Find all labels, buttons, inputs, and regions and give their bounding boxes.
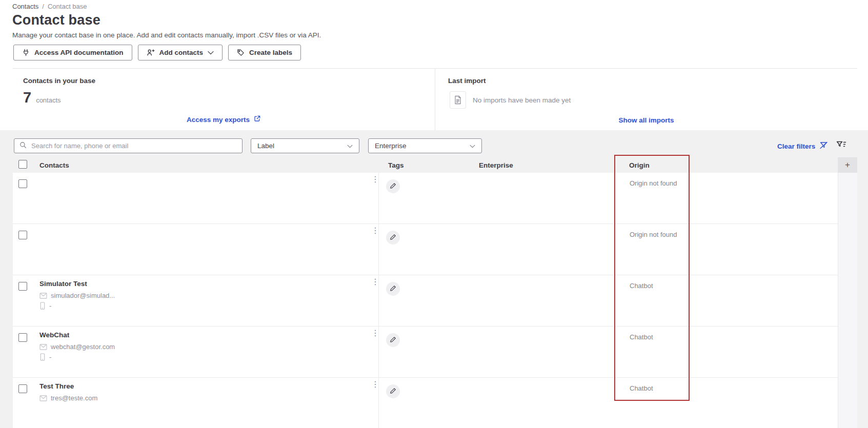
contact-name: Simulator Test: [39, 279, 115, 289]
contacts-table-body: ⋮ Origin not found ⋮ Origin not found: [13, 173, 838, 428]
enterprise-filter-value: Enterprise: [375, 142, 407, 150]
breadcrumb-contact-base: Contact base: [48, 3, 87, 10]
row-menu-button[interactable]: ⋮: [371, 175, 378, 184]
page-title: Contact base: [12, 12, 100, 28]
access-my-exports-label: Access my exports: [187, 116, 250, 124]
edit-tags-button[interactable]: [386, 282, 400, 296]
create-labels-button[interactable]: Create labels: [228, 45, 301, 60]
clear-filter-icon: [819, 141, 828, 151]
contacts-count-label: contacts: [36, 96, 60, 104]
origin-value: Chatbot: [630, 281, 653, 291]
pencil-icon: [390, 336, 396, 345]
header-actions: Access API documentation Add contacts Cr…: [13, 45, 301, 60]
search-input[interactable]: [31, 142, 237, 150]
table-header: Contacts Tags Enterprise Origin: [13, 157, 838, 173]
breadcrumb-contacts[interactable]: Contacts: [12, 3, 38, 10]
access-my-exports-link[interactable]: Access my exports: [13, 115, 435, 124]
filter-settings-button[interactable]: [835, 139, 848, 152]
envelope-icon: [39, 395, 47, 401]
edit-tags-button[interactable]: [386, 333, 400, 347]
breadcrumb: Contacts / Contact base: [12, 3, 87, 10]
clear-filters-label: Clear filters: [777, 142, 815, 150]
origin-value: Chatbot: [630, 333, 653, 342]
contact-phone-row: -: [39, 302, 115, 310]
table-row: ⋮ Origin not found: [13, 173, 838, 224]
row-menu-button[interactable]: ⋮: [371, 227, 378, 235]
contact-email: simulador@simulad...: [51, 292, 115, 299]
access-api-documentation-label: Access API documentation: [34, 49, 124, 56]
add-contacts-button[interactable]: Add contacts: [138, 45, 223, 60]
table-row: WebChat webchat@gestor.com - ⋮ Chatbot: [13, 327, 838, 378]
chevron-down-icon: [208, 51, 214, 55]
column-header-origin[interactable]: Origin: [629, 161, 650, 169]
row-checkbox[interactable]: [18, 384, 27, 393]
table-right-gutter: [838, 173, 857, 428]
last-import-title: Last import: [448, 77, 486, 85]
clear-filters-link[interactable]: Clear filters: [777, 141, 828, 151]
envelope-icon: [39, 293, 47, 299]
plug-icon: [22, 49, 30, 56]
pencil-icon: [390, 233, 396, 242]
chevron-down-icon: [347, 142, 353, 150]
contacts-in-base-card: Contacts in your base 7 contacts Access …: [13, 69, 435, 130]
row-checkbox[interactable]: [18, 231, 27, 239]
column-header-enterprise[interactable]: Enterprise: [479, 161, 513, 169]
document-icon: [450, 91, 466, 109]
row-menu-button[interactable]: ⋮: [371, 329, 378, 337]
row-checkbox[interactable]: [18, 282, 27, 291]
row-menu-button[interactable]: ⋮: [371, 380, 378, 389]
last-import-card: Last import No imports have been made ye…: [435, 69, 857, 130]
origin-value: Origin not found: [630, 179, 677, 188]
person-plus-icon: [147, 49, 155, 56]
mobile-phone-icon: [39, 302, 46, 310]
column-header-contacts[interactable]: Contacts: [39, 161, 69, 169]
contact-phone: -: [49, 353, 51, 361]
table-row: Test Three tres@teste.com ⋮ Chatbot: [13, 378, 838, 428]
pencil-icon: [390, 387, 396, 396]
no-imports-message: No imports have been made yet: [473, 96, 571, 104]
show-all-imports-label: Show all imports: [618, 116, 674, 124]
breadcrumb-separator: /: [42, 3, 44, 10]
label-filter-value: Label: [257, 142, 274, 150]
row-menu-button[interactable]: ⋮: [371, 278, 378, 286]
mobile-phone-icon: [39, 353, 46, 361]
label-filter-select[interactable]: Label: [251, 138, 359, 153]
column-header-tags[interactable]: Tags: [388, 161, 404, 169]
access-api-documentation-button[interactable]: Access API documentation: [13, 45, 132, 60]
contact-email-row: tres@teste.com: [39, 394, 97, 402]
summary-cards: Contacts in your base 7 contacts Access …: [13, 68, 857, 130]
contact-email: webchat@gestor.com: [51, 343, 115, 351]
tag-icon: [237, 49, 245, 56]
pencil-icon: [390, 284, 396, 294]
show-all-imports-link[interactable]: Show all imports: [435, 116, 857, 124]
edit-tags-button[interactable]: [386, 384, 400, 398]
envelope-icon: [39, 344, 47, 350]
contacts-count: 7 contacts: [23, 89, 61, 106]
row-checkbox[interactable]: [18, 333, 27, 342]
contacts-count-number: 7: [23, 89, 31, 106]
contacts-card-title: Contacts in your base: [23, 77, 95, 85]
contact-name: WebChat: [39, 330, 115, 340]
filter-lines-icon: [836, 140, 846, 151]
select-all-checkbox[interactable]: [18, 160, 27, 169]
edit-tags-button[interactable]: [386, 231, 400, 244]
search-icon: [19, 141, 27, 151]
row-checkbox[interactable]: [18, 179, 27, 188]
table-row: ⋮ Origin not found: [13, 224, 838, 275]
contact-search: [14, 138, 243, 153]
edit-tags-button[interactable]: [386, 179, 400, 193]
add-column-button[interactable]: +: [838, 157, 857, 173]
chevron-down-icon: [470, 142, 475, 150]
contact-phone: -: [49, 302, 51, 310]
no-imports-row: No imports have been made yet: [450, 91, 571, 109]
create-labels-label: Create labels: [249, 49, 292, 56]
contact-base-page: Contacts / Contact base Contact base Man…: [0, 0, 868, 428]
contact-email: tres@teste.com: [51, 394, 97, 402]
page-header-section: Contacts / Contact base Contact base Man…: [0, 0, 868, 130]
add-contacts-label: Add contacts: [159, 49, 204, 56]
contact-phone-row: -: [39, 353, 115, 361]
contact-email-row: simulador@simulad...: [39, 292, 115, 299]
enterprise-filter-select[interactable]: Enterprise: [368, 138, 482, 153]
origin-value: Origin not found: [630, 230, 677, 239]
pencil-icon: [390, 182, 396, 191]
